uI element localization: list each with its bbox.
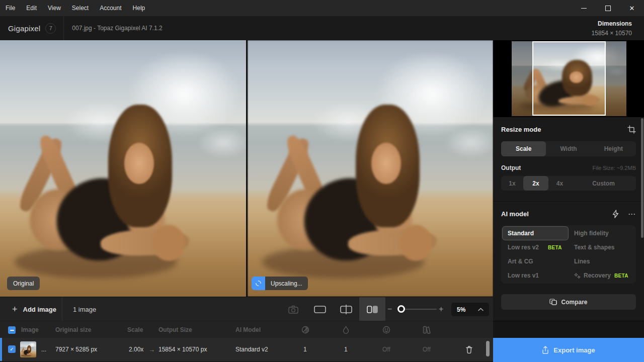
row-face-recovery-value[interactable]: Off bbox=[382, 338, 390, 361]
split-view-button[interactable] bbox=[336, 297, 356, 321]
original-preview-pane[interactable] bbox=[0, 40, 246, 297]
face-recovery-column-icon bbox=[382, 321, 390, 338]
menu-bar: File Edit View Select Account Help ✕ bbox=[0, 0, 644, 16]
menu-view[interactable]: View bbox=[42, 0, 66, 16]
chevron-up-icon bbox=[478, 308, 484, 311]
dimensions-value: 15854 × 10570 bbox=[592, 30, 632, 37]
image-count: 1 image bbox=[73, 297, 96, 321]
spinner-icon bbox=[252, 277, 265, 290]
row-sharpen-value[interactable]: 1 bbox=[303, 338, 307, 361]
settings-sidebar: Resize mode Scale Width Height Output Fi… bbox=[493, 40, 644, 362]
menu-select[interactable]: Select bbox=[66, 0, 94, 16]
row-checkbox[interactable]: ✓ bbox=[8, 345, 16, 353]
single-view-button[interactable] bbox=[310, 297, 330, 321]
col-image: Image bbox=[21, 321, 39, 338]
row-ai-model[interactable]: Standard v2 bbox=[235, 338, 268, 361]
scale-options: 1x 2x 4x Custom bbox=[501, 176, 636, 191]
auto-select-bolt-icon[interactable] bbox=[612, 210, 619, 218]
export-image-button[interactable]: Export image bbox=[493, 338, 644, 362]
section-divider bbox=[493, 201, 644, 202]
compare-button[interactable]: Compare bbox=[501, 294, 636, 310]
model-text-shapes[interactable]: Text & shapes bbox=[569, 240, 635, 254]
zoom-in-button[interactable]: + bbox=[439, 297, 443, 321]
add-image-button[interactable]: + Add image bbox=[12, 297, 56, 321]
toolbar-divider bbox=[62, 297, 62, 321]
side-by-side-view-button[interactable] bbox=[359, 297, 385, 321]
gigapixel-window: File Edit View Select Account Help ✕ Gig… bbox=[0, 0, 644, 362]
snapshot-camera-icon[interactable] bbox=[287, 303, 300, 315]
tab-width[interactable]: Width bbox=[546, 141, 591, 156]
navigator-viewport[interactable] bbox=[532, 41, 606, 116]
document-title: 007.jpg - Topaz Gigapixel AI 7.1.2 bbox=[72, 25, 162, 32]
ai-model-grid: Standard High fidelity Low res v2BETA Te… bbox=[501, 225, 636, 284]
check-icon: ✓ bbox=[10, 347, 14, 352]
col-scale: Scale bbox=[127, 321, 143, 338]
resize-mode-title: Resize mode bbox=[501, 126, 541, 133]
denoise-column-icon bbox=[343, 321, 349, 338]
upscaling-label: Upscaling... bbox=[265, 277, 308, 290]
maximize-icon bbox=[605, 6, 611, 11]
menu-account[interactable]: Account bbox=[94, 0, 127, 16]
row-selected-indicator bbox=[0, 338, 2, 361]
output-label: Output bbox=[501, 164, 521, 171]
resize-panel: Resize mode Scale Width Height Output Fi… bbox=[493, 117, 644, 321]
color-column-icon bbox=[423, 321, 431, 338]
menu-edit[interactable]: Edit bbox=[21, 0, 42, 16]
row-filename: ... bbox=[41, 338, 46, 361]
zoom-out-button[interactable]: − bbox=[387, 297, 392, 321]
row-color-value[interactable]: Off bbox=[423, 338, 431, 361]
sidebar-scrollbar[interactable] bbox=[641, 118, 643, 238]
menu-help[interactable]: Help bbox=[127, 0, 151, 16]
export-icon bbox=[542, 346, 549, 354]
table-scrollbar[interactable] bbox=[486, 341, 490, 356]
crop-icon[interactable] bbox=[627, 125, 636, 134]
scale-1x-button[interactable]: 1x bbox=[501, 176, 523, 191]
preview-area: Original Upscaling... bbox=[0, 40, 493, 297]
sidebar-footer-gap bbox=[493, 321, 644, 338]
row-original-size: 7927 × 5285 px bbox=[55, 338, 97, 361]
menu-file[interactable]: File bbox=[0, 0, 21, 16]
original-badge: Original bbox=[7, 277, 40, 290]
dimensions-readout: Dimensions 15854 × 10570 bbox=[592, 20, 632, 37]
close-button[interactable]: ✕ bbox=[620, 0, 644, 16]
model-low-res-v1[interactable]: Low res v1 bbox=[502, 268, 569, 283]
sharpen-column-icon bbox=[301, 321, 309, 338]
model-low-res-v2[interactable]: Low res v2BETA bbox=[502, 240, 569, 254]
row-scale[interactable]: 2.00x bbox=[129, 338, 143, 361]
scale-custom-button[interactable]: Custom bbox=[571, 176, 636, 191]
col-output-size: Output Size bbox=[158, 321, 192, 338]
resize-mode-tabs: Scale Width Height bbox=[501, 141, 636, 156]
queue-table-row[interactable]: ✓ ... 7927 × 5285 px 2.00x → 15854 × 105… bbox=[0, 338, 493, 361]
upscaled-preview-pane[interactable] bbox=[248, 40, 493, 297]
maximize-button[interactable] bbox=[596, 0, 620, 16]
file-size-estimate: File Size: ~9.2MB bbox=[592, 165, 636, 171]
plus-icon: + bbox=[12, 305, 18, 314]
minimize-button[interactable] bbox=[572, 0, 596, 16]
delete-row-button[interactable] bbox=[464, 344, 474, 354]
scale-2x-button[interactable]: 2x bbox=[523, 176, 548, 191]
window-controls: ✕ bbox=[572, 0, 644, 16]
model-recovery[interactable]: Recovery BETA bbox=[569, 268, 635, 283]
model-standard[interactable]: Standard bbox=[502, 226, 569, 240]
tab-scale[interactable]: Scale bbox=[501, 141, 546, 156]
row-denoise-value[interactable]: 1 bbox=[344, 338, 348, 361]
zoom-level-select[interactable]: 5% bbox=[451, 303, 489, 316]
queue-table-header: Image Original size Scale Output Size AI… bbox=[0, 321, 493, 338]
select-all-checkbox[interactable] bbox=[8, 326, 16, 334]
indeterminate-icon bbox=[10, 330, 14, 331]
model-art-cg[interactable]: Art & CG bbox=[502, 254, 569, 268]
bottom-toolbar: + Add image 1 image − + 5 bbox=[0, 297, 493, 321]
col-original-size: Original size bbox=[55, 321, 91, 338]
scale-4x-button[interactable]: 4x bbox=[548, 176, 571, 191]
zoom-slider-knob[interactable] bbox=[397, 305, 405, 313]
upscaling-badge: Upscaling... bbox=[252, 277, 308, 290]
minimize-icon bbox=[581, 8, 587, 9]
tab-height[interactable]: Height bbox=[591, 141, 636, 156]
row-thumbnail bbox=[20, 341, 36, 357]
ai-model-title: AI model bbox=[501, 210, 529, 218]
model-high-fidelity[interactable]: High fidelity bbox=[569, 226, 635, 240]
model-lines[interactable]: Lines bbox=[569, 254, 635, 268]
navigator-panel bbox=[493, 40, 644, 117]
col-ai-model: AI Model bbox=[235, 321, 261, 338]
title-bar: Gigapixel 7 007.jpg - Topaz Gigapixel AI… bbox=[0, 16, 644, 40]
